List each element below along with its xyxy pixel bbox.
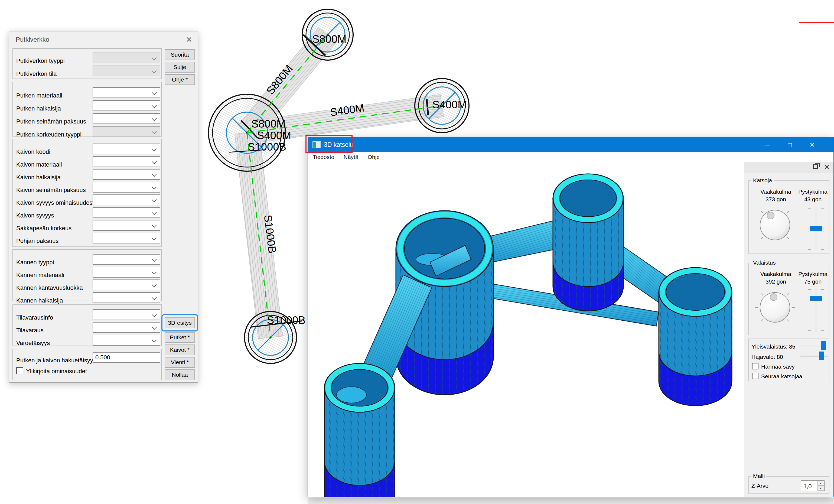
slider-handle[interactable] <box>821 341 826 350</box>
combo-putken-seinama[interactable] <box>93 113 160 124</box>
maximize-icon[interactable]: □ <box>779 137 801 152</box>
combo-kaivon-syvyys-om[interactable] <box>93 194 160 205</box>
menu-tiedosto[interactable]: Tiedosto <box>308 152 339 162</box>
close-icon[interactable]: ✕ <box>824 163 830 171</box>
desktop: S800M S400M S1000B S800M S400M S1000B S8… <box>0 0 834 504</box>
spin-up-icon[interactable]: ▲ <box>817 481 824 486</box>
sulje-button[interactable]: Sulje <box>164 62 195 72</box>
z-arvo-value: 1,0 <box>804 483 812 490</box>
label-manhole-right: S400M <box>433 98 467 110</box>
combo-pohjan-paksuus[interactable] <box>93 233 160 243</box>
h-angle-value: 373 gon <box>749 196 803 202</box>
3d-scene <box>308 162 744 497</box>
ambient-label: Yleisvalaistus: 85 <box>751 344 795 350</box>
3d-viewport[interactable] <box>308 162 744 497</box>
combo-kaivon-syvyys[interactable] <box>93 207 160 218</box>
combo-putken-korkeus[interactable] <box>93 126 160 137</box>
menu-ohje[interactable]: Ohje <box>363 152 384 162</box>
chevron-down-icon <box>152 223 156 227</box>
ohje-button[interactable]: Ohje * <box>164 74 195 85</box>
combo-putkiverkon-tyyppi[interactable] <box>93 52 160 63</box>
slider-handle[interactable] <box>810 296 822 301</box>
putket-button[interactable]: Putket * <box>164 332 195 343</box>
combo-tilavaraus[interactable] <box>93 322 160 333</box>
combo-kannen-materiaali[interactable] <box>93 267 160 278</box>
group-search: Putken ja kaivon hakuetäisyys 0.500 Ylik… <box>13 349 162 380</box>
z-arvo-label: Z-Arvo <box>751 483 768 489</box>
overwrite-checkbox[interactable] <box>16 367 23 374</box>
combo-kaivon-koodi[interactable] <box>93 144 160 154</box>
view-horizontal-knob[interactable] <box>755 205 795 245</box>
view-settings-dock: ✕ Katsoja Vaakakulma 373 gon Pystykulma … <box>744 162 833 497</box>
combo-kaivon-halkaisija[interactable] <box>93 169 160 180</box>
nollaa-button[interactable]: Nollaa <box>164 369 195 380</box>
dock-header[interactable]: ✕ <box>744 162 833 173</box>
group-reservation: Tilavarausinfo Tilavaraus Varoetäisyys <box>13 304 162 346</box>
overwrite-checkbox-label: Ylikirjoita ominaisuudet <box>26 368 87 375</box>
combo-tilavarausinfo[interactable] <box>93 309 160 320</box>
cylinder-top <box>553 174 623 311</box>
field-label: Putken korkeuden tyyppi <box>16 131 82 138</box>
field-label: Putkiverkon tyyppi <box>16 58 65 64</box>
window-titlebar[interactable]: 3D katselu ─ □ ✕ <box>308 137 833 152</box>
field-label: Putken ja kaivon hakuetäisyys <box>16 357 96 364</box>
chevron-down-icon <box>152 210 156 215</box>
3d-katselu-window: 3D katselu ─ □ ✕ Tiedosto Näytä Ohje <box>308 137 834 497</box>
float-panel-icon[interactable] <box>813 165 818 169</box>
combo-varoetaisyys[interactable] <box>93 335 160 346</box>
spin-down-icon[interactable]: ▼ <box>817 486 824 491</box>
combo-kantavuusluokka[interactable] <box>93 280 160 290</box>
vienti-button[interactable]: Vienti * <box>164 357 195 368</box>
menu-nayta[interactable]: Näytä <box>339 152 363 162</box>
combo-sakkapesa[interactable] <box>93 220 160 231</box>
combo-kannen-tyyppi[interactable] <box>93 254 160 265</box>
chevron-down-icon <box>152 172 156 177</box>
group-title: Valaistus <box>751 260 777 266</box>
chevron-down-icon <box>152 257 156 262</box>
ambient-slider[interactable] <box>800 341 829 350</box>
combo-putkiverkon-tila[interactable] <box>93 66 160 76</box>
light-vertical-slider[interactable] <box>810 288 822 333</box>
group-title: Katsoja <box>751 177 774 183</box>
close-icon[interactable]: ✕ <box>801 137 823 152</box>
combo-putken-materiaali[interactable] <box>93 87 160 98</box>
view-vertical-slider[interactable] <box>810 207 822 251</box>
minimize-icon[interactable]: ─ <box>756 137 779 152</box>
v-angle-value: 43 gon <box>795 196 831 202</box>
light-levels-group: Yleisvalaistus: 85 Hajavalo: 80 Harmaa s… <box>748 338 829 381</box>
combo-kaivon-materiaali[interactable] <box>93 156 160 167</box>
field-label: Tilavarausinfo <box>16 314 53 321</box>
label-manhole-bottom: S1000B <box>267 314 305 326</box>
gray-checkbox-label: Harmaa sävy <box>761 364 795 370</box>
diffuse-label: Hajavalo: 80 <box>751 354 783 360</box>
distance-input[interactable]: 0.500 <box>93 352 160 363</box>
diffuse-slider[interactable] <box>800 352 829 360</box>
suorita-button[interactable]: Suorita <box>164 49 195 60</box>
chevron-down-icon <box>152 269 156 275</box>
field-label: Sakkapesän korkeus <box>16 225 71 232</box>
combo-kaivon-seinama[interactable] <box>93 182 160 193</box>
z-arvo-spinner[interactable]: 1,0 ▲ ▼ <box>801 480 825 491</box>
label-junction-2: S400M <box>257 129 291 141</box>
combo-kannen-halkaisija[interactable] <box>93 292 160 303</box>
combo-putken-halkaisija[interactable] <box>93 100 160 111</box>
field-label: Varoetäisyys <box>16 339 50 347</box>
close-icon[interactable]: ✕ <box>186 35 192 44</box>
field-label: Kaivon syvyys ominaisuudesta <box>16 199 97 206</box>
light-horizontal-knob[interactable] <box>755 287 795 328</box>
label-junction-1: S800M <box>251 118 286 130</box>
slider-handle[interactable] <box>810 226 822 231</box>
kaivot-button[interactable]: Kaivot * <box>164 345 195 355</box>
chevron-down-icon <box>152 146 156 151</box>
valaistus-group: Valaistus Vaakakulma 392 gon Pystykulma … <box>748 263 829 335</box>
chevron-down-icon <box>152 235 156 240</box>
gray-checkbox[interactable] <box>752 363 759 369</box>
h-angle-label: Vaakakulma <box>749 189 803 195</box>
slider-handle[interactable] <box>819 352 824 360</box>
field-label: Kannen tyyppi <box>16 259 54 266</box>
group-pipe: Putken materiaali Putken halkaisija Putk… <box>13 82 162 137</box>
follow-checkbox[interactable] <box>752 373 759 379</box>
field-label: Kaivon koodi <box>16 148 50 155</box>
3d-esitys-button[interactable]: 3D-esitys <box>164 317 195 328</box>
putkiverkko-dialog: Putkiverkko ✕ Putkiverkon tyyppi Putkive… <box>9 31 198 383</box>
